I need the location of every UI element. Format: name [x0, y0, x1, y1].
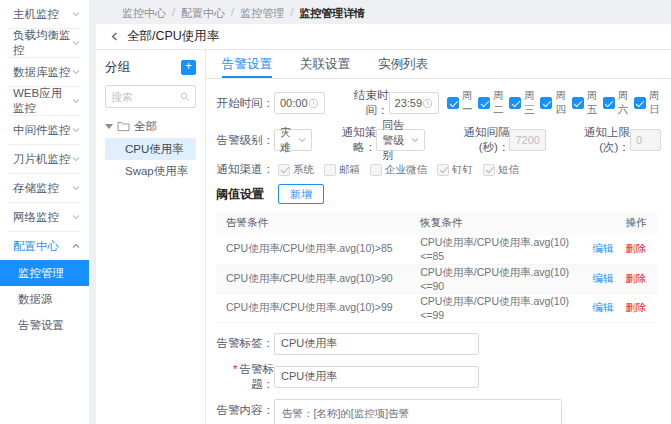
add-group-button[interactable]: +	[181, 60, 196, 75]
notify-strategy-value: 同告警级别	[382, 118, 411, 163]
checkbox-icon	[437, 164, 449, 176]
checkbox-icon	[540, 97, 552, 109]
alarm-tag-row: 告警标签：	[216, 333, 661, 355]
weekday-label: 周四	[555, 89, 567, 117]
breadcrumb: 监控中心 / 配置中心 / 监控管理 / 监控管理详情	[122, 6, 365, 21]
time-row: 开始时间： 00:00 结束时间： 23:59 周一 周二 周三 周四 周五	[216, 88, 661, 118]
notify-limit-label: 通知上限(次)：	[554, 125, 630, 155]
tab-instance-list[interactable]: 实例列表	[378, 50, 428, 78]
sidebar-item-label: WEB应用监控	[13, 86, 72, 116]
weekday-checkbox-fri[interactable]: 周五	[572, 89, 599, 117]
breadcrumb-item[interactable]: 监控管理	[240, 6, 284, 21]
sidebar-item-host-monitoring[interactable]: 主机监控	[0, 0, 89, 28]
sidebar-item-alarm-settings[interactable]: 告警设置	[0, 312, 89, 338]
submenu-item-label: 数据源	[18, 292, 53, 307]
sidebar-item-database-monitoring[interactable]: 数据库监控	[0, 58, 89, 86]
table-row: CPU使用率/CPU使用率.avg(10)>85 CPU使用率/CPU使用率.a…	[216, 235, 657, 264]
alarm-content-row: 告警内容： 告警：[名称]的[监控项]告警 当前值:[当前值] 表达式:[表达式…	[216, 399, 661, 424]
start-time-input[interactable]: 00:00	[274, 92, 325, 114]
weekday-checkbox-sat[interactable]: 周六	[603, 89, 630, 117]
notify-interval-value: 7200	[515, 134, 539, 146]
end-time-label: 结束时间：	[333, 88, 389, 118]
table-row: CPU使用率/CPU使用率.avg(10)>90 CPU使用率/CPU使用率.a…	[216, 264, 657, 293]
start-time-value: 00:00	[280, 97, 308, 109]
alarm-content-textarea[interactable]: 告警：[名称]的[监控项]告警 当前值:[当前值] 表达式:[表达式] 告警时间…	[274, 399, 562, 424]
weekday-checkbox-wed[interactable]: 周三	[509, 89, 536, 117]
notify-interval-label: 通知间隔(秒)：	[433, 125, 509, 155]
tree-item-swap-usage[interactable]: Swap使用率	[105, 160, 196, 182]
checkbox-icon	[572, 97, 584, 109]
chevron-down-icon	[72, 68, 80, 76]
delete-link[interactable]: 删除	[626, 242, 647, 254]
delete-link[interactable]: 删除	[626, 272, 647, 284]
edit-link[interactable]: 编辑	[593, 242, 614, 254]
sidebar-item-label: 存储监控	[13, 181, 59, 196]
sidebar-item-loadbalancer-monitoring[interactable]: 负载均衡监控	[0, 29, 89, 57]
clock-icon	[422, 98, 433, 109]
alarm-tag-input[interactable]	[274, 333, 479, 355]
tab-alarm-settings[interactable]: 告警设置	[222, 50, 272, 78]
sidebar-item-config-center[interactable]: 配置中心	[0, 232, 89, 260]
alarm-settings-pane: 开始时间： 00:00 结束时间： 23:59 周一 周二 周三 周四 周五	[206, 79, 671, 424]
sidebar-item-label: 负载均衡监控	[13, 28, 72, 58]
weekday-checkbox-thu[interactable]: 周四	[540, 89, 567, 117]
sidebar-item-label: 刀片机监控	[13, 152, 71, 167]
channel-checkbox-system: 系统	[278, 163, 314, 177]
weekday-label: 周日	[649, 89, 661, 117]
group-search-input[interactable]	[111, 91, 180, 103]
threshold-table: 告警条件 恢复条件 操作 CPU使用率/CPU使用率.avg(10)>85 CP…	[216, 211, 657, 323]
sidebar-item-webapp-monitoring[interactable]: WEB应用监控	[0, 87, 89, 115]
tab-association-settings[interactable]: 关联设置	[300, 50, 350, 78]
group-panel-title: 分组	[105, 59, 130, 76]
add-threshold-button[interactable]: 新增	[278, 184, 324, 204]
required-asterisk: *	[233, 363, 237, 375]
channel-label: 系统	[293, 163, 314, 177]
sidebar-item-data-source[interactable]: 数据源	[0, 286, 89, 312]
sidebar-item-blade-monitoring[interactable]: 刀片机监控	[0, 145, 89, 173]
search-icon	[180, 91, 190, 102]
channel-checkbox-dingtalk: 钉钉	[437, 163, 473, 177]
tree-item-cpu-usage[interactable]: CPU使用率	[105, 138, 196, 160]
weekday-checkbox-sun[interactable]: 周日	[634, 89, 661, 117]
weekday-checkbox-tue[interactable]: 周二	[478, 89, 505, 117]
sidebar-item-network-monitoring[interactable]: 网络监控	[0, 203, 89, 231]
sidebar-item-label: 数据库监控	[13, 65, 71, 80]
checkbox-icon	[634, 97, 646, 109]
breadcrumb-separator: /	[290, 6, 293, 21]
level-row: 告警级别： 灾难 通知策略： 同告警级别 通知间隔(秒)： 7200 通知上限(…	[216, 125, 661, 155]
clock-icon	[308, 98, 319, 109]
alarm-title-input[interactable]	[274, 366, 479, 388]
content-area: 告警设置 关联设置 实例列表 开始时间： 00:00 结束时间： 23:59	[206, 50, 671, 424]
chevron-down-icon	[72, 213, 80, 221]
tree-root-all[interactable]: 全部	[105, 119, 196, 134]
sidebar-item-monitoring-management[interactable]: 监控管理	[0, 260, 89, 286]
breadcrumb-item[interactable]: 配置中心	[181, 6, 225, 21]
channel-label: 企业微信	[385, 163, 427, 177]
weekday-label: 周二	[493, 89, 505, 117]
alarm-title-label-text: 告警标题：	[240, 363, 275, 390]
delete-link[interactable]: 删除	[626, 301, 647, 313]
alarm-tag-label: 告警标签：	[216, 336, 274, 351]
back-chevron-icon[interactable]	[110, 32, 119, 41]
recover-condition-cell: CPU使用率/CPU使用率.avg(10)<=85	[410, 235, 582, 264]
tree-root-label: 全部	[134, 119, 157, 134]
edit-link[interactable]: 编辑	[593, 301, 614, 313]
sidebar-item-label: 网络监控	[13, 210, 59, 225]
notify-strategy-select[interactable]: 同告警级别	[376, 129, 425, 151]
alarm-level-select[interactable]: 灾难	[274, 129, 312, 151]
channel-label: 邮箱	[339, 163, 360, 177]
sidebar-item-middleware-monitoring[interactable]: 中间件监控	[0, 116, 89, 144]
channel-label: 钉钉	[452, 163, 473, 177]
chevron-down-icon	[72, 10, 80, 18]
weekday-checkbox-mon[interactable]: 周一	[447, 89, 474, 117]
checkbox-icon	[447, 97, 459, 109]
page-title: 全部/CPU使用率	[127, 28, 219, 45]
sidebar-item-storage-monitoring[interactable]: 存储监控	[0, 174, 89, 202]
col-alert-condition: 告警条件	[216, 211, 410, 235]
breadcrumb-item[interactable]: 监控中心	[122, 6, 166, 21]
end-time-input[interactable]: 23:59	[389, 92, 440, 114]
sidebar: 主机监控 负载均衡监控 数据库监控 WEB应用监控 中间件监控 刀片机监控 存储…	[0, 0, 89, 424]
notify-limit-input: 0	[630, 129, 661, 151]
edit-link[interactable]: 编辑	[593, 272, 614, 284]
recover-condition-cell: CPU使用率/CPU使用率.avg(10)<=99	[410, 293, 582, 322]
